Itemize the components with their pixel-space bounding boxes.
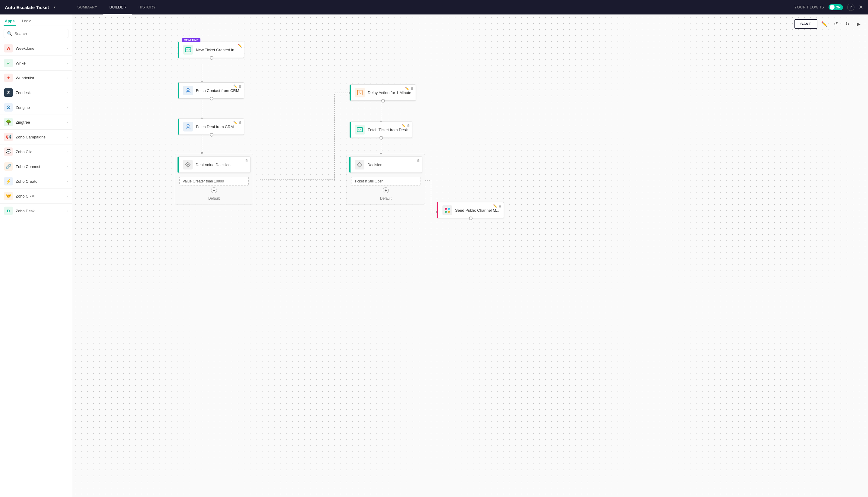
fetch-contact-node[interactable]: Fetch Contact from CRM ✏️ 🗑 [178,82,244,99]
zoho-campaigns-icon: 📢 [4,133,13,141]
send-channel-actions: ✏️ 🗑 [493,204,502,208]
deal-condition[interactable]: Value Greater than 10000 [179,177,249,185]
delete-icon[interactable]: 🗑 [239,120,242,125]
fetch-ticket-node[interactable]: Fetch Ticket from Desk ✏️ 🗑 [350,122,412,138]
fetch-contact-connector-bottom[interactable] [210,97,214,100]
sidebar-item-zingtree[interactable]: 🌳 Zingtree › [0,115,72,130]
trigger-node[interactable]: REALTIME New Ticket Created in ... ✏️ [178,42,244,58]
edit-trigger-icon[interactable]: ✏️ [238,44,242,48]
svg-point-1 [8,107,9,108]
flow-toggle[interactable]: ON [828,4,843,10]
sidebar-tab-logic[interactable]: Logic [21,17,32,26]
zoho-crm-label: Zoho CRM [16,194,63,198]
undo-button[interactable]: ↺ [831,19,840,29]
chevron-down-icon: › [67,209,68,213]
search-icon: 🔍 [7,31,12,36]
chevron-down-icon: › [67,76,68,80]
deal-decision-actions: 🗑 [245,159,248,162]
svg-point-21 [187,88,189,91]
ticket-condition-label: Ticket if Still Open [354,179,383,183]
delete-icon[interactable]: 🗑 [407,124,410,128]
edit-icon[interactable]: ✏️ [233,84,237,88]
chevron-down-icon: › [67,135,68,139]
chevron-down-icon: › [67,194,68,198]
tab-builder[interactable]: BUILDER [103,0,132,14]
search-input[interactable] [14,31,65,36]
sidebar-item-zoho-campaigns[interactable]: 📢 Zoho Campaigns › [0,130,72,144]
decision-actions: 🗑 [417,159,420,162]
trigger-connector-bottom[interactable] [210,56,214,60]
decision-label: Decision [367,162,382,167]
deal-decision-node[interactable]: Deal Value Decision 🗑 [177,157,250,173]
fetch-deal-connector-bottom[interactable] [210,133,214,137]
sidebar-item-wunderlist[interactable]: ★ Wunderlist › [0,71,72,85]
fetch-deal-actions: ✏️ 🗑 [233,120,242,125]
sidebar-item-wrike[interactable]: ✓ Wrike › [0,56,72,71]
sidebar-item-zoho-crm[interactable]: 🤝 Zoho CRM › [0,189,72,203]
wrike-icon: ✓ [4,59,13,67]
zoho-creator-label: Zoho Creator [16,179,63,184]
sidebar-item-zengine[interactable]: Zengine › [0,100,72,115]
deal-decision-block: Deal Value Decision 🗑 Value Greater than… [175,154,253,204]
run-button[interactable]: ▶ [854,19,863,29]
tab-history[interactable]: HISTORY [132,0,162,14]
send-channel-connector-bottom[interactable] [469,216,473,220]
edit-icon[interactable]: ✏️ [233,120,237,125]
flow-is-label: YOUR FLOW IS [794,5,824,9]
edit-icon[interactable]: ✏️ [820,19,829,29]
sidebar-item-zoho-cliq[interactable]: 💬 Zoho Cliq › [0,144,72,159]
crm-contact-icon [183,86,193,95]
default-label: Default [179,196,249,201]
zoho-cliq-icon: 💬 [4,147,13,156]
chevron-down-icon: › [67,91,68,95]
svg-rect-31 [445,211,447,213]
sidebar: Apps Logic 🔍 W Weekdone › ✓ Wrike › ★ Wu… [0,14,72,497]
zingtree-icon: 🌳 [4,118,13,126]
sidebar-item-zendesk[interactable]: Z Zendesk › [0,85,72,100]
sidebar-item-weekdone[interactable]: W Weekdone › [0,41,72,56]
zoho-creator-icon: ⚡ [4,177,13,185]
sidebar-item-zoho-creator[interactable]: ⚡ Zoho Creator › [0,174,72,189]
save-button[interactable]: SAVE [794,19,818,29]
weekdone-label: Weekdone [16,46,63,51]
sidebar-item-zoho-connect[interactable]: 🔗 Zoho Connect › [0,159,72,174]
svg-point-22 [187,125,189,127]
chevron-down-icon: › [67,61,68,65]
decision-condition[interactable]: Ticket if Still Open [351,177,421,185]
decision-node[interactable]: Decision 🗑 [349,157,422,173]
sidebar-tab-apps[interactable]: Apps [4,17,16,26]
zoho-desk-label: Zoho Desk [16,209,63,213]
edit-icon[interactable]: ✏️ [401,124,406,128]
svg-marker-28 [357,162,362,167]
delete-icon[interactable]: 🗑 [417,159,420,162]
edit-icon[interactable]: ✏️ [493,204,497,208]
tab-summary[interactable]: SUMMARY [71,0,103,14]
delete-icon[interactable]: 🗑 [245,159,248,162]
delay-action-node[interactable]: Delay Action for 1 Minute ✏️ 🗑 [350,84,416,101]
delete-icon[interactable]: 🗑 [411,87,414,90]
add-condition-button[interactable]: + [211,187,217,193]
delete-icon[interactable]: 🗑 [239,84,242,88]
title-chevron[interactable]: ▾ [54,5,56,9]
delay-connector-bottom[interactable] [381,99,385,102]
decision-block: Decision 🗑 Ticket if Still Open + Defaul… [347,154,425,204]
help-button[interactable]: ? [847,4,854,11]
edit-icon[interactable]: ✏️ [405,87,409,90]
slack-icon [442,205,452,215]
sidebar-item-zoho-desk[interactable]: D Zoho Desk › [0,203,72,218]
trigger-actions: ✏️ [238,44,242,48]
toggle-knob [830,5,835,10]
delay-label: Delay Action for 1 Minute [368,90,411,95]
zoho-connect-label: Zoho Connect [16,165,63,169]
delete-icon[interactable]: 🗑 [499,204,502,208]
fetch-deal-node[interactable]: Fetch Deal from CRM ✏️ 🗑 [178,118,244,135]
close-button[interactable]: ✕ [859,4,863,11]
toggle-label: ON [836,5,841,9]
wunderlist-label: Wunderlist [16,76,63,80]
redo-button[interactable]: ↻ [843,19,852,29]
add-decision-condition-button[interactable]: + [383,187,389,193]
wunderlist-icon: ★ [4,74,13,82]
fetch-ticket-connector-bottom[interactable] [380,136,383,140]
zoho-crm-icon: 🤝 [4,192,13,200]
send-channel-node[interactable]: Send Public Channel M... ✏️ 🗑 [437,202,504,218]
